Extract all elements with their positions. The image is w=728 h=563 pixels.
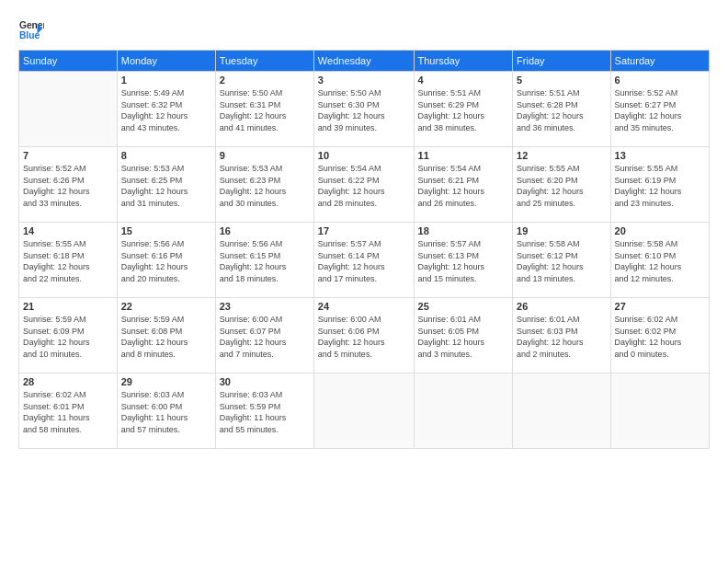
day-number: 26 [517,301,607,312]
day-info: Sunrise: 5:51 AMSunset: 6:29 PMDaylight:… [418,87,509,133]
calendar-cell: 14Sunrise: 5:55 AMSunset: 6:18 PMDayligh… [19,223,118,298]
day-number: 3 [318,75,410,86]
day-info: Sunrise: 6:00 AMSunset: 6:06 PMDaylight:… [318,314,410,360]
calendar-cell: 30Sunrise: 6:03 AMSunset: 5:59 PMDayligh… [215,373,313,449]
calendar-cell: 27Sunrise: 6:02 AMSunset: 6:02 PMDayligh… [610,298,709,373]
day-info: Sunrise: 5:54 AMSunset: 6:21 PMDaylight:… [418,163,509,209]
day-number: 10 [318,150,410,161]
day-info: Sunrise: 6:03 AMSunset: 5:59 PMDaylight:… [220,389,310,435]
day-info: Sunrise: 5:56 AMSunset: 6:16 PMDaylight:… [121,238,211,284]
day-number: 17 [318,225,410,236]
day-number: 9 [220,150,310,161]
weekday-header-saturday: Saturday [610,51,709,72]
calendar-cell: 20Sunrise: 5:58 AMSunset: 6:10 PMDayligh… [610,223,709,298]
day-info: Sunrise: 5:51 AMSunset: 6:28 PMDaylight:… [517,87,607,133]
day-number: 27 [615,301,705,312]
svg-text:Blue: Blue [19,30,40,40]
weekday-header-row: SundayMondayTuesdayWednesdayThursdayFrid… [19,51,710,72]
day-number: 23 [220,301,310,312]
weekday-header-monday: Monday [117,51,215,72]
day-info: Sunrise: 5:57 AMSunset: 6:13 PMDaylight:… [418,238,509,284]
day-info: Sunrise: 6:01 AMSunset: 6:05 PMDaylight:… [418,314,509,360]
calendar-cell: 24Sunrise: 6:00 AMSunset: 6:06 PMDayligh… [313,298,414,373]
day-info: Sunrise: 6:00 AMSunset: 6:07 PMDaylight:… [220,314,310,360]
day-info: Sunrise: 5:53 AMSunset: 6:25 PMDaylight:… [121,163,211,209]
weekday-header-wednesday: Wednesday [313,51,414,72]
calendar-cell [313,373,414,449]
calendar-cell [414,373,513,449]
calendar-cell: 1Sunrise: 5:49 AMSunset: 6:32 PMDaylight… [117,72,215,147]
week-row-2: 7Sunrise: 5:52 AMSunset: 6:26 PMDaylight… [19,147,710,223]
calendar: SundayMondayTuesdayWednesdayThursdayFrid… [18,50,710,449]
day-number: 7 [23,150,113,161]
calendar-cell: 12Sunrise: 5:55 AMSunset: 6:20 PMDayligh… [513,147,611,223]
day-number: 6 [615,75,705,86]
day-number: 2 [220,75,310,86]
day-info: Sunrise: 5:59 AMSunset: 6:09 PMDaylight:… [23,314,113,360]
calendar-cell: 18Sunrise: 5:57 AMSunset: 6:13 PMDayligh… [414,223,513,298]
calendar-cell: 2Sunrise: 5:50 AMSunset: 6:31 PMDaylight… [215,72,313,147]
day-number: 28 [23,376,113,387]
calendar-cell: 8Sunrise: 5:53 AMSunset: 6:25 PMDaylight… [117,147,215,223]
day-number: 5 [517,75,607,86]
header: General Blue [18,17,710,42]
logo: General Blue [18,17,44,42]
day-number: 20 [615,225,705,236]
day-info: Sunrise: 5:53 AMSunset: 6:23 PMDaylight:… [220,163,310,209]
day-number: 29 [121,376,211,387]
calendar-cell: 16Sunrise: 5:56 AMSunset: 6:15 PMDayligh… [215,223,313,298]
day-info: Sunrise: 5:50 AMSunset: 6:31 PMDaylight:… [220,87,310,133]
day-info: Sunrise: 5:50 AMSunset: 6:30 PMDaylight:… [318,87,410,133]
calendar-cell: 19Sunrise: 5:58 AMSunset: 6:12 PMDayligh… [513,223,611,298]
day-number: 8 [121,150,211,161]
day-info: Sunrise: 5:54 AMSunset: 6:22 PMDaylight:… [318,163,410,209]
day-number: 13 [615,150,705,161]
calendar-cell: 26Sunrise: 6:01 AMSunset: 6:03 PMDayligh… [513,298,611,373]
day-info: Sunrise: 5:58 AMSunset: 6:12 PMDaylight:… [517,238,607,284]
day-number: 11 [418,150,509,161]
day-info: Sunrise: 6:03 AMSunset: 6:00 PMDaylight:… [121,389,211,435]
day-info: Sunrise: 5:57 AMSunset: 6:14 PMDaylight:… [318,238,410,284]
day-info: Sunrise: 6:01 AMSunset: 6:03 PMDaylight:… [517,314,607,360]
day-number: 15 [121,225,211,236]
page: General Blue SundayMondayTuesdayWednesda… [0,0,728,563]
day-info: Sunrise: 5:58 AMSunset: 6:10 PMDaylight:… [615,238,705,284]
day-info: Sunrise: 5:56 AMSunset: 6:15 PMDaylight:… [220,238,310,284]
calendar-cell: 29Sunrise: 6:03 AMSunset: 6:00 PMDayligh… [117,373,215,449]
day-info: Sunrise: 5:52 AMSunset: 6:27 PMDaylight:… [615,87,705,133]
calendar-cell: 6Sunrise: 5:52 AMSunset: 6:27 PMDaylight… [610,72,709,147]
day-info: Sunrise: 5:59 AMSunset: 6:08 PMDaylight:… [121,314,211,360]
day-number: 21 [23,301,113,312]
calendar-cell: 5Sunrise: 5:51 AMSunset: 6:28 PMDaylight… [513,72,611,147]
day-number: 4 [418,75,509,86]
day-number: 22 [121,301,211,312]
day-number: 16 [220,225,310,236]
week-row-1: 1Sunrise: 5:49 AMSunset: 6:32 PMDaylight… [19,72,710,147]
day-info: Sunrise: 5:55 AMSunset: 6:20 PMDaylight:… [517,163,607,209]
calendar-cell: 21Sunrise: 5:59 AMSunset: 6:09 PMDayligh… [19,298,118,373]
day-number: 18 [418,225,509,236]
calendar-cell [513,373,611,449]
calendar-cell: 22Sunrise: 5:59 AMSunset: 6:08 PMDayligh… [117,298,215,373]
calendar-cell: 17Sunrise: 5:57 AMSunset: 6:14 PMDayligh… [313,223,414,298]
week-row-5: 28Sunrise: 6:02 AMSunset: 6:01 PMDayligh… [19,373,710,449]
day-number: 19 [517,225,607,236]
calendar-cell: 11Sunrise: 5:54 AMSunset: 6:21 PMDayligh… [414,147,513,223]
weekday-header-sunday: Sunday [19,51,118,72]
weekday-header-tuesday: Tuesday [215,51,313,72]
day-info: Sunrise: 5:49 AMSunset: 6:32 PMDaylight:… [121,87,211,133]
day-number: 1 [121,75,211,86]
calendar-cell: 9Sunrise: 5:53 AMSunset: 6:23 PMDaylight… [215,147,313,223]
calendar-cell: 10Sunrise: 5:54 AMSunset: 6:22 PMDayligh… [313,147,414,223]
day-info: Sunrise: 5:55 AMSunset: 6:18 PMDaylight:… [23,238,113,284]
calendar-cell: 25Sunrise: 6:01 AMSunset: 6:05 PMDayligh… [414,298,513,373]
calendar-cell: 3Sunrise: 5:50 AMSunset: 6:30 PMDaylight… [313,72,414,147]
weekday-header-thursday: Thursday [414,51,513,72]
day-info: Sunrise: 6:02 AMSunset: 6:01 PMDaylight:… [23,389,113,435]
day-info: Sunrise: 6:02 AMSunset: 6:02 PMDaylight:… [615,314,705,360]
calendar-cell: 28Sunrise: 6:02 AMSunset: 6:01 PMDayligh… [19,373,118,449]
calendar-cell: 7Sunrise: 5:52 AMSunset: 6:26 PMDaylight… [19,147,118,223]
day-number: 14 [23,225,113,236]
calendar-cell [19,72,118,147]
calendar-cell: 4Sunrise: 5:51 AMSunset: 6:29 PMDaylight… [414,72,513,147]
